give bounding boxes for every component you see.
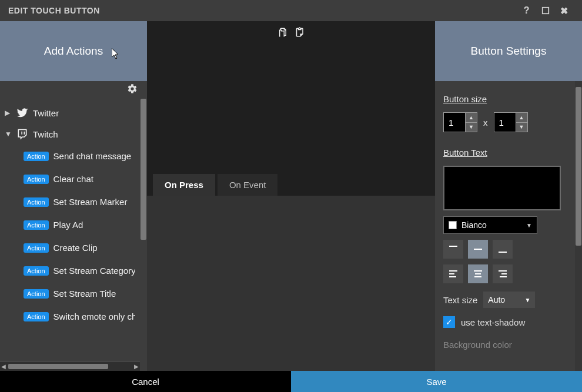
- tab-content: [147, 196, 435, 371]
- action-tree: ▶ Twitter ▼ Twitch ActionSend chat messa…: [0, 99, 140, 328]
- width-up-icon[interactable]: ▲: [466, 113, 477, 123]
- text-size-select[interactable]: Auto ▼: [483, 292, 535, 308]
- svg-rect-9: [474, 270, 482, 272]
- close-button[interactable]: ✖: [555, 1, 574, 20]
- button-text-input[interactable]: [443, 166, 561, 210]
- gear-icon[interactable]: [127, 83, 138, 97]
- button-settings-title: Button Settings: [471, 45, 547, 58]
- action-label: Create Clip: [53, 243, 98, 253]
- svg-rect-13: [501, 273, 507, 274]
- height-spinner[interactable]: ▲ ▼: [494, 112, 528, 132]
- action-label: Set Stream Category: [53, 266, 135, 276]
- halign-center-button[interactable]: [468, 264, 488, 283]
- tab-on-event[interactable]: On Event: [218, 174, 278, 196]
- valign-bottom-button[interactable]: [493, 240, 513, 259]
- text-size-label: Text size: [443, 295, 477, 305]
- tab-on-press[interactable]: On Press: [153, 174, 215, 196]
- cancel-button[interactable]: Cancel: [0, 371, 291, 392]
- window-title: EDIT TOUCH BUTTON: [8, 6, 100, 15]
- right-vertical-scrollbar[interactable]: [575, 81, 582, 371]
- provider-twitter[interactable]: ▶ Twitter: [5, 102, 135, 123]
- color-swatch-icon: [449, 221, 457, 229]
- svg-rect-10: [475, 273, 481, 274]
- provider-label: Twitch: [33, 129, 58, 139]
- svg-rect-6: [449, 270, 457, 272]
- button-size-label: Button size: [443, 94, 487, 104]
- left-panel: Add Actions ▶ Twitter ▼: [0, 21, 147, 371]
- valign-row: [443, 240, 570, 259]
- action-badge: Action: [24, 152, 49, 161]
- left-vertical-scrollbar[interactable]: [140, 99, 147, 360]
- valign-top-button[interactable]: [443, 240, 463, 259]
- action-item[interactable]: ActionSet Stream Title: [24, 282, 135, 305]
- halign-left-button[interactable]: [443, 264, 463, 283]
- add-actions-title: Add Actions: [44, 45, 103, 58]
- chevron-down-icon: ▼: [526, 222, 532, 229]
- scrollbar-thumb[interactable]: [141, 99, 146, 240]
- action-item[interactable]: ActionClear chat: [24, 167, 135, 190]
- halign-right-button[interactable]: [493, 264, 513, 283]
- button-settings-header: Button Settings: [435, 21, 582, 81]
- twitter-icon: [16, 107, 28, 119]
- action-badge: Action: [24, 289, 49, 299]
- scrollbar-thumb[interactable]: [576, 87, 581, 246]
- action-badge: Action: [24, 312, 49, 321]
- svg-rect-8: [449, 276, 456, 277]
- svg-rect-12: [499, 270, 507, 272]
- action-label: Set Stream Title: [53, 289, 116, 299]
- width-down-icon[interactable]: ▼: [466, 123, 477, 132]
- height-down-icon[interactable]: ▼: [516, 123, 527, 132]
- maximize-button[interactable]: [536, 1, 555, 20]
- width-spinner[interactable]: ▲ ▼: [443, 112, 477, 132]
- caret-down-icon: ▼: [5, 130, 12, 138]
- left-horizontal-scrollbar[interactable]: ◀ ▶: [0, 361, 140, 371]
- scrollbar-thumb[interactable]: [8, 364, 108, 369]
- caret-right-icon: ▶: [5, 109, 12, 117]
- action-label: Set Stream Marker: [53, 197, 128, 207]
- svg-rect-4: [474, 249, 482, 250]
- button-text-label: Button Text: [443, 148, 487, 158]
- save-button[interactable]: Save: [291, 371, 582, 392]
- action-badge: Action: [24, 243, 49, 253]
- provider-twitch[interactable]: ▼ Twitch: [5, 123, 135, 145]
- action-item[interactable]: ActionCreate Clip: [24, 236, 135, 259]
- action-item[interactable]: ActionSwitch emote only cha: [24, 305, 135, 328]
- action-label: Send chat message: [53, 151, 132, 161]
- size-separator: x: [483, 118, 488, 128]
- action-item[interactable]: ActionSet Stream Marker: [24, 190, 135, 213]
- halign-row: [443, 264, 570, 283]
- text-shadow-label: use text-shadow: [461, 317, 525, 327]
- action-label: Switch emote only cha: [53, 311, 135, 321]
- scroll-right-icon[interactable]: ▶: [133, 363, 140, 370]
- help-button[interactable]: ?: [517, 1, 536, 20]
- svg-rect-0: [543, 8, 549, 14]
- height-input[interactable]: [494, 113, 516, 132]
- text-color-select[interactable]: Bianco ▼: [443, 216, 537, 234]
- action-badge: Action: [24, 220, 49, 230]
- text-shadow-checkbox[interactable]: ✓: [443, 316, 455, 328]
- width-input[interactable]: [444, 113, 465, 132]
- action-label: Play Ad: [53, 220, 83, 230]
- valign-middle-button[interactable]: [468, 240, 488, 259]
- chevron-down-icon: ▼: [524, 297, 530, 303]
- provider-label: Twitter: [33, 108, 59, 118]
- button-preview-area: [147, 39, 435, 174]
- action-badge: Action: [24, 175, 49, 184]
- svg-rect-14: [500, 276, 507, 277]
- action-badge: Action: [24, 197, 49, 207]
- action-item[interactable]: ActionSend chat message: [24, 145, 135, 167]
- svg-rect-3: [449, 246, 457, 247]
- title-bar: EDIT TOUCH BUTTON ? ✖: [0, 0, 582, 21]
- height-up-icon[interactable]: ▲: [516, 113, 527, 123]
- text-size-value: Auto: [488, 295, 505, 304]
- color-name: Bianco: [461, 220, 521, 230]
- scroll-left-icon[interactable]: ◀: [0, 363, 7, 370]
- right-panel: Button Settings Button size ▲ ▼ x ▲ ▼: [435, 21, 582, 371]
- action-item[interactable]: ActionPlay Ad: [24, 213, 135, 236]
- footer: Cancel Save: [0, 371, 582, 392]
- add-actions-header: Add Actions: [0, 21, 147, 81]
- action-badge: Action: [24, 266, 49, 276]
- mouse-cursor-icon: [112, 48, 121, 60]
- background-color-label: Background color: [443, 340, 570, 350]
- action-item[interactable]: ActionSet Stream Category: [24, 259, 135, 282]
